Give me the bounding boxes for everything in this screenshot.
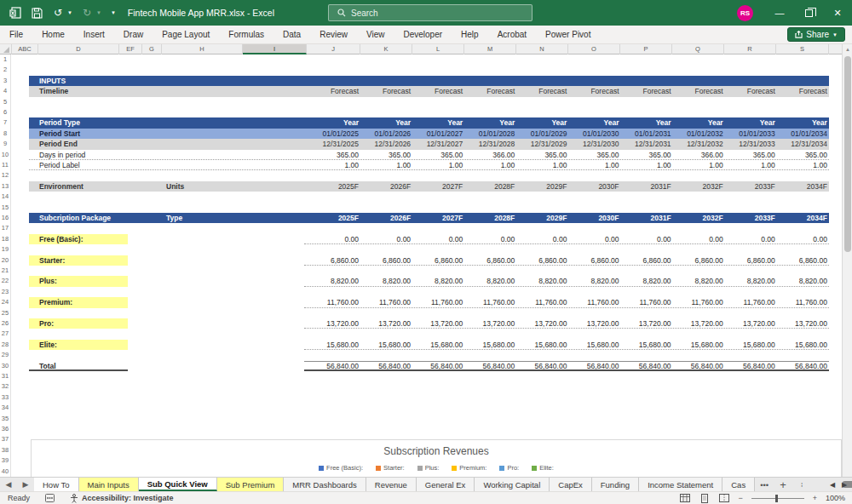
ribbon-tab-data[interactable]: Data bbox=[273, 26, 310, 44]
row-label-cell[interactable]: Days in period bbox=[39, 150, 176, 160]
ribbon-tab-view[interactable]: View bbox=[357, 26, 394, 44]
sheet-tab-income-statement[interactable]: Income Statement bbox=[639, 478, 722, 491]
value-cell[interactable]: 11,760.00 bbox=[362, 297, 414, 307]
column-header-Q[interactable]: Q bbox=[672, 44, 724, 54]
ribbon-tab-page-layout[interactable]: Page Layout bbox=[153, 26, 219, 44]
row-label-cell[interactable]: Starter: bbox=[39, 255, 176, 266]
row-label-cell[interactable]: Subcription Package bbox=[39, 213, 176, 223]
value-cell[interactable]: 15,680.00 bbox=[466, 340, 518, 350]
row-header-2[interactable]: 2 bbox=[0, 65, 11, 75]
value-cell[interactable]: 11,760.00 bbox=[571, 297, 623, 307]
row-label-cell[interactable]: Free (Basic): bbox=[39, 234, 176, 244]
sheet-tab-capex[interactable]: CapEx bbox=[550, 478, 592, 491]
row-label-cell[interactable]: Period Type bbox=[39, 117, 176, 128]
value-cell[interactable]: 365.00 bbox=[571, 150, 623, 160]
column-header-N[interactable]: N bbox=[516, 44, 568, 54]
zoom-level[interactable]: 100% bbox=[826, 494, 845, 502]
value-cell[interactable]: Forecast bbox=[571, 86, 623, 96]
value-cell[interactable]: 8,820.00 bbox=[623, 276, 675, 286]
row-header-14[interactable]: 14 bbox=[0, 192, 11, 202]
value-cell[interactable]: 11,760.00 bbox=[727, 297, 779, 307]
value-cell[interactable]: 1.00 bbox=[466, 160, 518, 170]
accessibility-status[interactable]: Accessibility: Investigate bbox=[62, 494, 181, 503]
column-header-R[interactable]: R bbox=[724, 44, 776, 54]
value-cell[interactable]: Forecast bbox=[727, 86, 779, 96]
row-label-cell[interactable]: Premium: bbox=[39, 297, 176, 307]
ribbon-tab-power-pivot[interactable]: Power Pivot bbox=[536, 26, 600, 44]
value-cell[interactable]: 12/31/2033 bbox=[727, 139, 779, 149]
value-cell[interactable]: 365.00 bbox=[310, 150, 362, 160]
value-cell[interactable]: 2025F bbox=[310, 181, 362, 192]
value-cell[interactable]: 56,840.00 bbox=[518, 361, 570, 371]
value-cell[interactable]: 01/01/2030 bbox=[571, 129, 623, 139]
undo-dropdown-caret[interactable]: ▼ bbox=[67, 10, 72, 15]
column-header-O[interactable]: O bbox=[568, 44, 620, 54]
row-header-30[interactable]: 30 bbox=[0, 361, 11, 371]
value-cell[interactable]: 8,820.00 bbox=[466, 276, 518, 286]
value-cell[interactable]: 1.00 bbox=[675, 160, 727, 170]
row-header-7[interactable]: 7 bbox=[0, 117, 11, 128]
column-header-J[interactable]: J bbox=[307, 44, 360, 54]
value-cell[interactable]: 365.00 bbox=[727, 150, 779, 160]
row-label-cell[interactable]: Period Label bbox=[39, 160, 176, 170]
value-cell[interactable]: 2027F bbox=[414, 213, 466, 223]
value-cell[interactable]: Year bbox=[310, 117, 362, 128]
column-header-P[interactable]: P bbox=[620, 44, 672, 54]
value-cell[interactable]: 6,860.00 bbox=[675, 255, 727, 266]
value-cell[interactable]: 365.00 bbox=[779, 150, 831, 160]
value-cell[interactable]: 1.00 bbox=[727, 160, 779, 170]
row-header-15[interactable]: 15 bbox=[0, 203, 11, 213]
value-cell[interactable]: 11,760.00 bbox=[414, 297, 466, 307]
value-cell[interactable]: 11,760.00 bbox=[518, 297, 570, 307]
new-sheet-button[interactable]: + bbox=[774, 478, 792, 491]
value-cell[interactable]: 01/01/2031 bbox=[623, 129, 675, 139]
column-header-S[interactable]: S bbox=[776, 44, 829, 54]
row-label-cell[interactable]: INPUTS bbox=[39, 76, 176, 86]
row-header-6[interactable]: 6 bbox=[0, 107, 11, 117]
row-header-19[interactable]: 19 bbox=[0, 244, 11, 255]
row-header-5[interactable]: 5 bbox=[0, 97, 11, 107]
row-header-21[interactable]: 21 bbox=[0, 266, 11, 276]
row-header-12[interactable]: 12 bbox=[0, 170, 11, 180]
value-cell[interactable]: 365.00 bbox=[414, 150, 466, 160]
row-label-cell[interactable]: Pro: bbox=[39, 318, 176, 329]
scroll-up-arrow-icon[interactable]: ▲ bbox=[843, 44, 852, 54]
value-cell[interactable]: 56,840.00 bbox=[414, 361, 466, 371]
value-cell[interactable]: 365.00 bbox=[623, 150, 675, 160]
value-cell[interactable]: 0.00 bbox=[779, 234, 831, 244]
horizontal-scrollbar[interactable]: ◀ ▶ bbox=[815, 478, 852, 491]
value-cell[interactable]: 11,760.00 bbox=[623, 297, 675, 307]
value-cell[interactable]: Forecast bbox=[675, 86, 727, 96]
row-header-22[interactable]: 22 bbox=[0, 276, 11, 286]
value-cell[interactable]: 01/01/2029 bbox=[518, 129, 570, 139]
row-label-cell[interactable]: Period End bbox=[39, 139, 176, 149]
sheet-tab-sub-quick-view[interactable]: Sub Quick View bbox=[139, 478, 217, 491]
customize-qat-caret[interactable]: ▼ bbox=[111, 10, 116, 15]
row-header-18[interactable]: 18 bbox=[0, 234, 11, 244]
vertical-scroll-thumb[interactable] bbox=[844, 56, 851, 252]
value-cell[interactable]: 01/01/2025 bbox=[310, 129, 362, 139]
value-cell[interactable]: 11,760.00 bbox=[675, 297, 727, 307]
value-cell[interactable]: 13,720.00 bbox=[675, 318, 727, 329]
row-header-24[interactable]: 24 bbox=[0, 297, 11, 307]
value-cell[interactable]: 2033F bbox=[727, 181, 779, 192]
value-cell[interactable]: 15,680.00 bbox=[571, 340, 623, 350]
value-cell[interactable]: 13,720.00 bbox=[727, 318, 779, 329]
value-cell[interactable]: 15,680.00 bbox=[518, 340, 570, 350]
value-cell[interactable]: 13,720.00 bbox=[571, 318, 623, 329]
value-cell[interactable]: 1.00 bbox=[779, 160, 831, 170]
value-cell[interactable]: 12/31/2034 bbox=[779, 139, 831, 149]
value-cell[interactable]: 2028F bbox=[466, 181, 518, 192]
value-cell[interactable]: 2027F bbox=[414, 181, 466, 192]
value-cell[interactable]: 2031F bbox=[623, 213, 675, 223]
sheet-tab-sub-premium[interactable]: Sub Premium bbox=[217, 478, 285, 491]
value-cell[interactable]: 56,840.00 bbox=[623, 361, 675, 371]
sheet-tab-revenue[interactable]: Revenue bbox=[366, 478, 417, 491]
value-cell[interactable]: 8,820.00 bbox=[518, 276, 570, 286]
row-header-3[interactable]: 3 bbox=[0, 76, 11, 86]
more-sheets-button[interactable]: ••• bbox=[755, 478, 774, 491]
value-cell[interactable]: 1.00 bbox=[310, 160, 362, 170]
row-header-1[interactable]: 1 bbox=[0, 54, 11, 65]
value-cell[interactable]: Forecast bbox=[414, 86, 466, 96]
value-cell[interactable]: 12/31/2028 bbox=[466, 139, 518, 149]
